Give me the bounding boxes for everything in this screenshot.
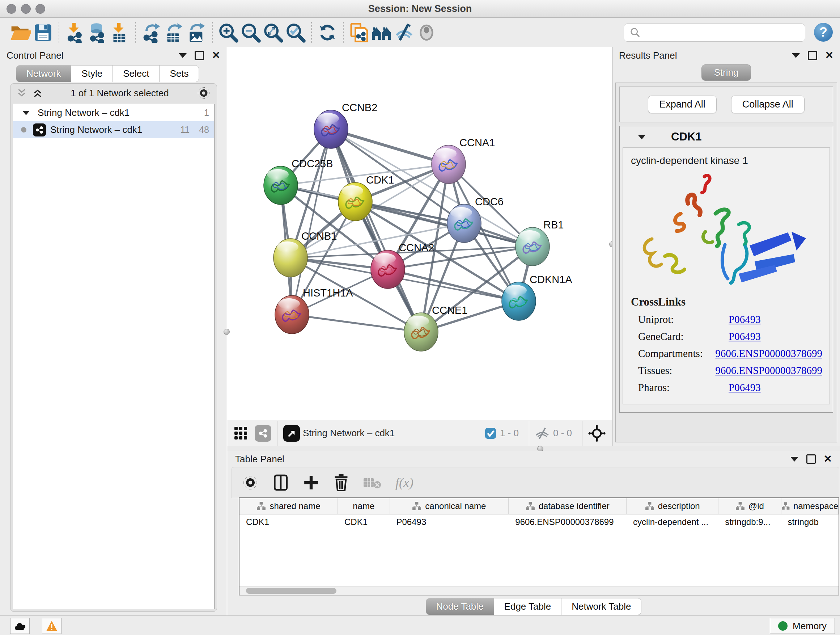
network-node-ccnb1[interactable] [273,239,308,277]
delete-table-icon-disabled [363,475,382,490]
expand-all-button[interactable]: Expand All [648,96,717,113]
network-node-cdc6[interactable] [447,204,481,242]
table-cell[interactable]: CDK1 [338,515,390,530]
add-column-icon[interactable] [303,474,319,491]
hide-selected-button[interactable] [393,21,415,44]
network-node-cdkn1a[interactable] [502,282,536,320]
column-header-namespace[interactable]: namespace [782,498,838,514]
network-node-ccne1[interactable] [404,313,438,351]
scrollbar-thumb[interactable] [246,588,336,594]
network-node-ccna1[interactable] [431,145,466,184]
table-settings-gear-icon[interactable] [242,474,259,491]
tab-network[interactable]: Network [16,65,71,82]
entry-expander-icon[interactable] [638,135,646,139]
network-node-rb1[interactable] [515,227,549,266]
tab-select[interactable]: Select [113,65,159,82]
network-node-ccnb2[interactable] [314,110,348,149]
horizontal-splitter[interactable] [227,446,840,451]
table-cell[interactable]: stringdb [782,515,838,530]
panel-float-icon[interactable] [195,51,204,60]
gear-icon[interactable] [196,86,211,100]
network-node-cdc25b[interactable] [264,166,298,204]
network-node-cdk1[interactable] [338,182,372,221]
tab-network-table[interactable]: Network Table [561,598,641,615]
splitter-grip[interactable] [224,329,230,335]
crosshair-icon[interactable] [588,424,606,442]
tab-sets[interactable]: Sets [159,65,199,82]
crosslink-link[interactable]: P06493 [729,314,761,325]
help-button[interactable]: ? [814,23,833,42]
column-header--id[interactable]: @id [718,498,781,514]
zoom-selected-button[interactable] [284,21,307,44]
show-columns-icon[interactable] [272,474,289,491]
delete-trash-icon[interactable] [333,474,349,491]
network-node-hist1h1a[interactable] [275,295,309,334]
import-network-database-button[interactable] [86,21,109,44]
crosslink-link[interactable]: 9606.ENSP00000378699 [715,348,822,359]
panel-float-icon[interactable] [806,454,816,464]
table-cell[interactable]: CDK1 [240,515,338,530]
network-canvas[interactable]: CCNB2CCNA1CDC25BCDK1CDC6RB1CCNB1CCNA2CDK… [227,47,612,420]
table-cell[interactable]: P06493 [390,515,509,530]
panel-float-icon[interactable] [808,51,817,60]
search-input[interactable] [644,25,805,40]
panel-close-icon[interactable]: ✕ [212,52,220,59]
crosslink-link[interactable]: P06493 [729,382,761,394]
zoom-out-button[interactable] [240,21,262,44]
table-row[interactable]: CDK1CDK1P064939606.ENSP00000378699cyclin… [240,515,838,530]
clone-network-button[interactable] [348,21,370,44]
export-image-button[interactable] [185,21,208,44]
panel-close-icon[interactable]: ✕ [824,455,832,463]
export-network-button[interactable] [141,21,163,44]
export-table-button[interactable] [163,21,185,44]
warnings-button[interactable] [42,618,62,634]
save-session-button[interactable] [32,21,54,44]
column-header-description[interactable]: description [627,498,718,514]
open-session-button[interactable] [9,21,32,44]
grid-view-icon[interactable] [234,426,248,440]
column-header-name[interactable]: name [338,498,390,514]
show-all-nodes-button[interactable] [370,21,393,44]
network-edge[interactable] [331,129,421,332]
network-edge[interactable] [292,315,421,332]
panel-menu-icon[interactable] [179,53,187,58]
table-cell[interactable]: 9606.ENSP00000378699 [508,515,627,530]
zoom-in-button[interactable] [217,21,240,44]
network-tree-row[interactable]: String Network – cdk1 11 48 [13,121,214,138]
network-edge[interactable] [331,129,448,165]
zoom-fit-button[interactable] [262,21,284,44]
column-header-shared-name[interactable]: shared name [240,498,338,514]
tab-edge-table[interactable]: Edge Table [494,598,562,615]
memory-button[interactable]: Memory [770,618,835,634]
crosslink-link[interactable]: P06493 [729,331,761,342]
node-result-header[interactable]: CDK1 [620,126,833,147]
import-table-button[interactable] [109,21,131,44]
panel-menu-icon[interactable] [792,53,800,58]
cloud-status-button[interactable] [10,618,30,634]
tab-node-table[interactable]: Node Table [426,598,494,615]
tab-style[interactable]: Style [71,65,113,82]
hidden-eye-icon[interactable] [535,427,549,440]
table-horizontal-scrollbar[interactable] [240,586,838,595]
panel-menu-icon[interactable] [790,457,798,462]
selected-checkbox-icon[interactable] [485,428,496,439]
column-header-database-identifier[interactable]: database identifier [508,498,627,514]
table-cell[interactable]: cyclin-dependent ... [627,515,718,530]
show-graphics-details-button[interactable] [415,21,438,44]
tab-string[interactable]: String [701,65,752,81]
network-tree-root-row[interactable]: String Network – cdk1 1 [13,104,214,121]
node-result-entry: CDK1 cyclin-dependent kinase 1 [619,126,833,413]
string-view-icon[interactable] [255,425,271,442]
crosslink-link[interactable]: 9606.ENSP00000378699 [715,364,822,377]
expand-all-icon[interactable] [32,88,43,98]
collapse-all-icon[interactable] [16,88,27,98]
tree-expander-icon[interactable] [22,111,30,115]
refresh-layout-button[interactable] [316,21,339,44]
import-network-file-button[interactable] [64,21,86,44]
panel-close-icon[interactable]: ✕ [825,52,834,59]
collapse-all-button[interactable]: Collapse All [731,96,805,113]
table-cell[interactable]: stringdb:9... [718,515,781,530]
birdseye-view-icon[interactable] [283,425,300,442]
network-node-ccna2[interactable] [371,250,405,288]
column-header-canonical-name[interactable]: canonical name [390,498,509,514]
